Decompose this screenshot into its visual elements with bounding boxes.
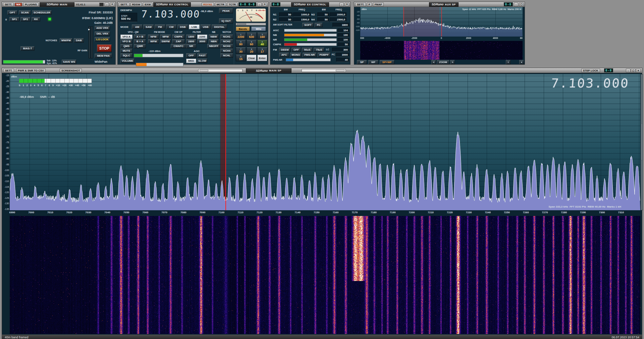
filter-2200-button[interactable]: 2200 [197, 35, 207, 39]
ma-button[interactable]: MA [15, 3, 22, 6]
filter-2800-button[interactable]: 2800 [186, 39, 196, 44]
mem-pan-button[interactable]: MEM PAN [95, 54, 112, 58]
qmr-button[interactable]: QMR [134, 44, 146, 48]
ex-slider[interactable] [284, 43, 337, 46]
minimize-icon[interactable]: – [257, 3, 262, 6]
span-slider-left[interactable] [198, 69, 243, 72]
mfm-button[interactable]: MFM [160, 35, 171, 39]
ex-slider-value[interactable]: 104 [338, 29, 349, 33]
exw-button[interactable]: EXW [143, 3, 152, 6]
bias-t-button[interactable]: BIAS-T [20, 46, 35, 51]
notch-button[interactable]: NCH3 [220, 44, 233, 48]
notch-button[interactable]: NCH2 [220, 39, 233, 44]
enter-button[interactable]: Enter [257, 55, 267, 61]
span-slider-right[interactable] [302, 69, 346, 72]
agc-fast-button[interactable]: FAST [197, 53, 207, 58]
nbn-button[interactable]: NBN [209, 39, 219, 44]
band-button[interactable]: 4 80 [236, 40, 246, 47]
sqlc-button[interactable]: SQLC [120, 53, 132, 58]
stop-button[interactable]: STOP [97, 45, 112, 52]
mhz-button[interactable]: MHz [251, 26, 266, 31]
pms-nr-slider[interactable] [286, 58, 331, 61]
lc-value[interactable]: 300 [332, 48, 349, 52]
rsyn1-button[interactable]: RSYN1 [202, 3, 214, 6]
close-icon[interactable]: ✕ [110, 3, 114, 6]
mode-button[interactable]: AM [132, 24, 143, 29]
sp1-button[interactable]: SP1 [9, 17, 19, 21]
rdsw-button[interactable]: RDSW [130, 3, 142, 6]
tctr-button[interactable]: TCTR [227, 3, 237, 6]
vfo-a-button[interactable]: VFO A [120, 35, 132, 39]
mute-button[interactable]: MUTE [120, 49, 132, 53]
mode-button[interactable]: LSB [189, 24, 200, 29]
frequency-display[interactable]: 7.103.000 [538, 76, 630, 91]
sp2-button[interactable]: SP2 [20, 17, 31, 21]
f-button[interactable]: F [367, 3, 372, 6]
nboff-button[interactable]: NBOFF [207, 44, 220, 48]
minimize-icon[interactable]: – [105, 3, 109, 6]
zoom-in-button[interactable]: > [450, 60, 455, 64]
pms-nr-value[interactable]: 40 [336, 58, 349, 62]
nfm-button[interactable]: NFM [148, 35, 159, 39]
ex-slider[interactable] [284, 38, 337, 41]
clear-button[interactable]: Clear [247, 55, 257, 61]
settings-button[interactable]: SETT. [3, 3, 14, 6]
iq-out-button[interactable]: IQ OUT [219, 18, 233, 23]
notch-freq-value[interactable]: 1000,0 [293, 12, 311, 17]
cwpk-button[interactable]: CWPK [172, 35, 185, 39]
dab-notch-button[interactable]: DAB [74, 38, 84, 43]
ex-slider-value[interactable]: 100 [338, 38, 349, 42]
band-button[interactable]: 9 17 [257, 47, 267, 54]
maximize-icon[interactable]: ▢ [631, 69, 636, 72]
rf-gain-slider[interactable]: ▶ [89, 26, 93, 58]
screenshot-button[interactable]: SCREENSHOT [60, 69, 82, 72]
spectrum-scrollbar-thumb[interactable] [641, 123, 642, 160]
notch-freq-value[interactable]: 2500,0 [330, 17, 346, 22]
mode-button[interactable]: USB [200, 24, 211, 29]
sp-view-button[interactable]: SP [357, 60, 367, 64]
notch-bw-value[interactable]: 50 [317, 12, 329, 17]
volume-slider[interactable] [136, 63, 183, 66]
volume-button[interactable]: VOLUME [120, 59, 135, 63]
deem-75us-button[interactable]: 75uS [314, 48, 324, 52]
swfm-button[interactable]: SWFM [160, 39, 171, 44]
nbw-button[interactable]: NBW [209, 35, 219, 39]
notch-bw-value[interactable]: 50 [317, 17, 329, 22]
minimize-icon[interactable]: – [514, 3, 518, 6]
opt-button[interactable]: OPT [7, 10, 17, 15]
cwafc-button[interactable]: CWAFC [171, 44, 186, 48]
mode-button[interactable]: CW [166, 24, 177, 29]
band-button[interactable]: 7 30 [236, 47, 246, 54]
mode-button[interactable]: FM [155, 24, 165, 29]
band-button[interactable]: 0 15 [236, 55, 246, 61]
ex-slider-value[interactable]: 50 [338, 43, 349, 47]
scheduler-button[interactable]: SCHEDULER [32, 10, 52, 15]
aux-waterfall-canvas[interactable] [360, 41, 523, 60]
close-icon[interactable]: ✕ [263, 3, 267, 6]
deem-button[interactable]: DEEM [279, 48, 290, 52]
settings-button[interactable]: SETT. [355, 3, 366, 6]
lo-lock-button[interactable]: LO LOCK [95, 37, 110, 42]
main-spectrum-canvas[interactable] [10, 74, 640, 210]
del-vrx-button[interactable]: DEL VRX [95, 32, 110, 36]
main-waterfall-canvas[interactable] [10, 216, 640, 334]
fc-button[interactable]: FC [315, 23, 323, 27]
minimize-icon[interactable]: – [626, 69, 631, 72]
rf-gain-thumb-icon[interactable]: ▶ [88, 28, 90, 31]
filter-1800-button[interactable]: 1800 [186, 35, 196, 39]
zoom-button[interactable]: ZOOM [437, 60, 449, 64]
mono-button[interactable]: MONO [290, 53, 302, 57]
wf-view-button[interactable]: WF [368, 60, 378, 64]
band-button[interactable]: 8 20 [247, 47, 257, 54]
minimize-icon[interactable]: – [339, 3, 344, 6]
ex-slider[interactable] [284, 29, 337, 32]
aux-spectrum-canvas[interactable] [360, 7, 523, 37]
meter-scrollbar[interactable] [236, 23, 266, 25]
collapse-icon[interactable]: ▼ [519, 60, 524, 64]
maximize-icon[interactable]: ▢ [519, 3, 524, 6]
am-filter-value[interactable]: 3800 [332, 23, 349, 27]
step-display[interactable]: STEP: 500 Hz [120, 13, 137, 22]
mode-button[interactable]: DIGITAL [212, 24, 227, 29]
spectrum-scrollbar[interactable] [641, 74, 643, 210]
frequency-display[interactable]: 7.103.000 [141, 8, 200, 22]
